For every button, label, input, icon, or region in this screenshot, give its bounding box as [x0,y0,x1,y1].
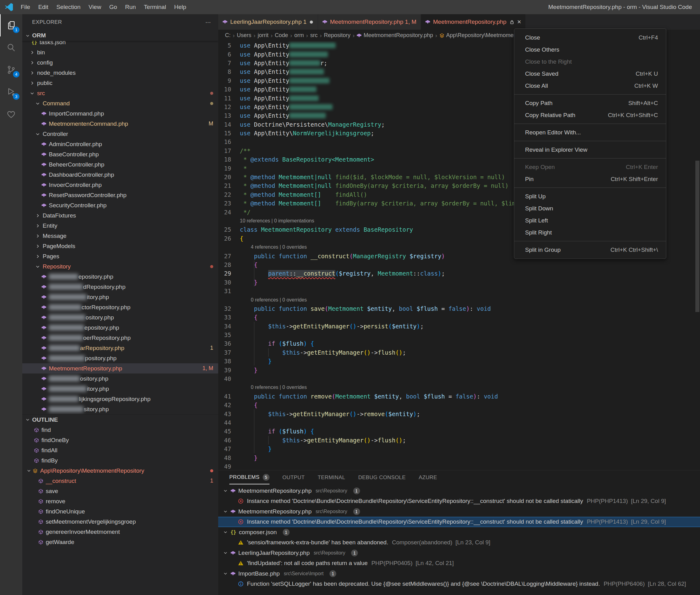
context-menu-item-split-down[interactable]: Split Down [514,202,666,215]
outline-item[interactable]: find [22,425,218,435]
code-line-content[interactable] [240,374,700,383]
panel-tab-debug-console[interactable]: DEBUG CONSOLE [358,471,406,484]
codelens[interactable]: 0 references | 0 overrides [240,295,700,304]
tree-item[interactable]: DashboardController.php [22,170,218,180]
code-line[interactable]: 40 [218,374,700,383]
problem-issue-row[interactable]: Instance method 'Doctrine\Bundle\Doctrin… [218,517,700,527]
activity-explorer[interactable]: 1 [0,14,22,36]
tree-item[interactable]: SecurityController.php [22,200,218,210]
code-line-content[interactable]: public function save(Meetmoment $entity,… [240,304,700,313]
outline-item[interactable]: genereerInvoerMeetmoment [22,527,218,537]
code-line-content[interactable] [240,418,700,427]
outline-item[interactable]: findOneUnique [22,506,218,516]
outline-item[interactable]: setMeetmomentVergelijkingsgroep [22,516,218,527]
close-tab-icon[interactable]: × [517,19,521,25]
codelens-label[interactable]: 4 references | 0 overrides [251,244,307,250]
context-menu-item-split-left[interactable]: Split Left [514,215,666,226]
more-actions-icon[interactable]: ⋯ [205,19,211,26]
code-line-content[interactable]: } [240,445,700,453]
tree-item[interactable]: sitory.php [22,404,218,414]
code-line[interactable]: 49 [218,462,700,470]
code-line[interactable]: 38 } [218,357,700,365]
panel-tab-azure[interactable]: AZURE [419,471,437,484]
context-menu-item-close-saved[interactable]: Close SavedCtrl+K U [514,68,666,80]
context-menu-item-copy-relative-path[interactable]: Copy Relative PathCtrl+K Ctrl+Shift+C [514,109,666,121]
menubar-item-go[interactable]: Go [105,0,121,14]
code-line[interactable]: 42 { [218,401,700,409]
tree-item[interactable]: oerRepository.php [22,333,218,343]
code-line[interactable]: 46 $this->getEntityManager()->flush(); [218,436,700,445]
problem-issue-row[interactable]: 'findUpdated': not all code paths return… [218,558,700,569]
code-line[interactable]: 37 $this->getEntityManager()->flush(); [218,348,700,357]
code-line[interactable]: 29 parent::__construct($registry, Meetmo… [218,269,700,278]
tree-item[interactable]: PageModels [22,241,218,251]
code-line[interactable]: 41 public function remove(Meetmoment $en… [218,392,700,401]
tree-item[interactable]: Pages [22,251,218,261]
code-line-content[interactable]: { [240,313,700,321]
tree-item[interactable]: BaseController.php [22,149,218,160]
outline-item[interactable]: findAll [22,445,218,455]
tree-item[interactable]: Repository [22,261,218,272]
code-line[interactable]: 45 if ($flush) { [218,427,700,435]
breadcrumb-segment[interactable]: src [310,32,318,38]
context-menu-item-reveal-in-explorer-view[interactable]: Reveal in Explorer View [514,144,666,156]
tree-item[interactable]: dRepository.php [22,282,218,292]
tree-item[interactable]: src [22,88,218,98]
code-line[interactable]: 44 [218,418,700,427]
code-line-content[interactable]: if ($flush) { [240,427,700,435]
code-line-content[interactable]: { [240,260,700,269]
tree-item[interactable]: BeheerController.php [22,160,218,170]
menubar-item-selection[interactable]: Selection [52,0,84,14]
code-line[interactable]: 35 [218,331,700,339]
menubar-item-help[interactable]: Help [170,0,190,14]
outline-item[interactable]: findBy [22,455,218,465]
problem-file-row[interactable]: MeetmomentRepository.phpsrc\Repository1 [218,486,700,496]
code-line-content[interactable]: if ($flush) { [240,339,700,348]
breadcrumb-segment[interactable]: Repository [324,32,351,38]
problem-file-row[interactable]: LeerlingJaarRepository.phpsrc\Repository… [218,548,700,558]
menubar-item-edit[interactable]: Edit [34,0,53,14]
project-section-header[interactable]: ORM [22,30,218,41]
problem-issue-row[interactable]: 'sensio/framework-extra-bundle' has been… [218,538,700,548]
tree-item[interactable]: ository.php [22,312,218,322]
tree-item[interactable]: Message [22,231,218,241]
codelens-label[interactable]: 0 references | 0 overrides [251,297,307,303]
code-line-content[interactable]: } [240,453,700,462]
tree-item[interactable]: MeetmomentenCommand.phpM [22,119,218,129]
outline-item[interactable]: App\Repository\MeetmomentRepository [22,465,218,476]
menubar-item-view[interactable]: View [85,0,105,14]
code-line[interactable]: 34 $this->getEntityManager()->persist($e… [218,322,700,331]
context-menu-item-split-right[interactable]: Split Right [514,226,666,238]
breadcrumb-segment[interactable]: orm [294,32,304,38]
tree-item[interactable]: ository.php [22,373,218,384]
problem-issue-row[interactable]: Instance method 'Doctrine\Bundle\Doctrin… [218,496,700,507]
codelens[interactable]: 0 references | 0 overrides [240,383,700,392]
code-line-content[interactable]: } [240,278,700,287]
menubar-item-run[interactable]: Run [121,0,140,14]
tree-item[interactable]: MeetmomentRepository.php1, M [22,363,218,373]
problem-file-row[interactable]: MeetmomentRepository.phpsrc\Repository1 [218,506,700,517]
codelens-row[interactable]: 0 references | 0 overrides [218,383,700,392]
code-line-content[interactable] [240,331,700,339]
menubar-item-terminal[interactable]: Terminal [140,0,170,14]
code-line-content[interactable]: { [240,401,700,409]
activity-sponsor[interactable] [0,103,22,125]
code-line[interactable]: 39 } [218,365,700,374]
code-line[interactable]: 30 } [218,278,700,287]
panel-tab-output[interactable]: OUTPUT [282,471,305,484]
tree-item[interactable]: bin [22,47,218,57]
tree-item[interactable]: AdminController.php [22,139,218,149]
tree-item[interactable]: ctorRepository.php [22,302,218,312]
code-line-content[interactable]: $this->getEntityManager()->flush(); [240,348,700,357]
tree-item[interactable]: itory.php [22,384,218,394]
tree-item[interactable]: pository.php [22,353,218,363]
code-line-content[interactable] [240,287,700,295]
editor-scrollbar[interactable] [695,161,699,312]
tree-item[interactable]: lijkingsgroepRepository.php [22,394,218,404]
outline-item[interactable]: save [22,486,218,496]
editor-tab-2[interactable]: MeetmomentRepository.php× [421,14,526,30]
code-line-content[interactable]: $this->getEntityManager()->persist($enti… [240,322,700,331]
outline-section-header[interactable]: OUTLINE [22,414,218,425]
activity-run-debug[interactable]: 3 [0,81,22,103]
editor-tab-1[interactable]: MeetmomentRepository.php 1, M [318,14,421,30]
